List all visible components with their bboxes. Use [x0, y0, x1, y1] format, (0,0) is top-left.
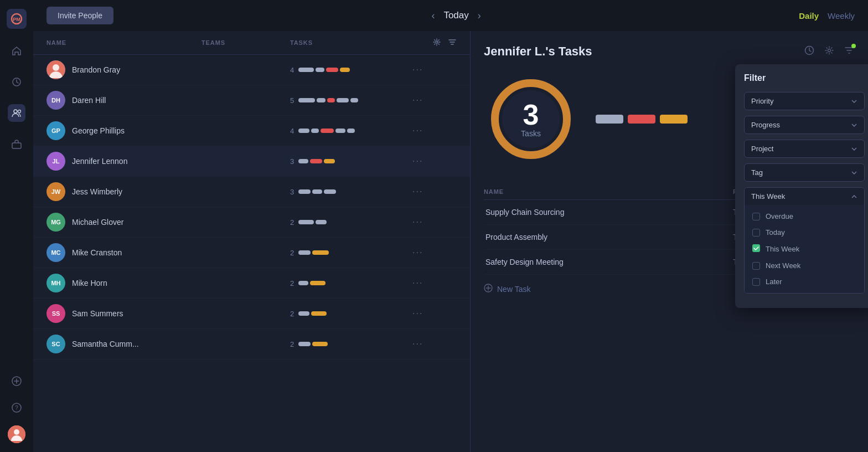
- person-task-bars: [298, 281, 326, 285]
- filter-option-label: This Week: [766, 245, 799, 253]
- invite-people-button[interactable]: Invite People: [46, 7, 113, 24]
- task-bar: [340, 68, 350, 72]
- task-bar: [321, 129, 334, 133]
- person-more-button[interactable]: ···: [412, 187, 457, 197]
- filter-option-label: Later: [766, 278, 782, 286]
- person-more-button[interactable]: ···: [412, 248, 457, 258]
- person-more-button[interactable]: ···: [412, 339, 457, 349]
- svg-point-10: [14, 429, 19, 435]
- task-bar: [311, 129, 319, 133]
- person-task-bars: [298, 220, 327, 224]
- task-panel-header: Jennifer L.'s Tasks: [484, 44, 855, 59]
- project-filter-select[interactable]: Project: [744, 140, 865, 158]
- checkbox-overdue: [752, 213, 760, 220]
- person-row-sam-summers[interactable]: SS Sam Summers 2 ···: [33, 299, 470, 329]
- svg-point-13: [53, 64, 59, 71]
- person-row-george-phillips[interactable]: GP George Phillips 4 ···: [33, 116, 470, 146]
- person-more-button[interactable]: ···: [412, 65, 457, 75]
- person-row-samantha-cumm[interactable]: SC Samantha Cumm... 2 ···: [33, 329, 470, 359]
- briefcase-icon[interactable]: [8, 135, 25, 153]
- task-bar: [310, 159, 322, 163]
- table-header: NAME TEAMS TASKS: [33, 31, 470, 55]
- prev-date-button[interactable]: ‹: [431, 10, 435, 22]
- filter-option-label: Next Week: [766, 261, 800, 270]
- time-filter-header[interactable]: This Week: [745, 188, 864, 205]
- person-row-michael-glover[interactable]: MG Michael Glover 2 ···: [33, 207, 470, 238]
- task-panel-title: Jennifer L.'s Tasks: [484, 44, 592, 59]
- person-name: JW Jess Wimberly: [46, 182, 202, 201]
- settings-icon[interactable]: [432, 38, 441, 48]
- person-avatar: [46, 60, 65, 79]
- person-name-text: Jess Wimberly: [72, 187, 122, 196]
- task-bar: [310, 281, 326, 285]
- legend-bar-gray: [596, 115, 623, 124]
- person-avatar: JL: [46, 152, 65, 171]
- person-row-mike-horn[interactable]: MH Mike Horn 2 ···: [33, 268, 470, 299]
- app-logo[interactable]: PM: [7, 9, 27, 29]
- filter-option-overdue[interactable]: Overdue: [745, 208, 864, 224]
- task-name: Safety Design Meeting: [485, 258, 733, 266]
- svg-text:?: ?: [15, 405, 18, 411]
- home-icon[interactable]: [8, 42, 25, 60]
- tasks-column-header: TASKS: [290, 39, 412, 46]
- task-bar: [316, 220, 327, 224]
- new-task-label: New Task: [497, 285, 530, 294]
- checkbox-today: [752, 229, 760, 237]
- person-more-button[interactable]: ···: [412, 278, 457, 288]
- person-more-button[interactable]: ···: [412, 126, 457, 136]
- person-name: MH Mike Horn: [46, 274, 202, 292]
- tag-filter-select[interactable]: Tag: [744, 163, 865, 182]
- user-avatar[interactable]: [8, 425, 25, 443]
- time-filter-options: Overdue Today This Week Next Week Later: [745, 205, 864, 293]
- people-icon[interactable]: [8, 104, 25, 122]
- filter-detail-icon[interactable]: [844, 45, 855, 58]
- person-name-text: Brandon Gray: [72, 65, 120, 74]
- task-donut-chart: 3 Tasks: [484, 72, 578, 166]
- svg-text:PM: PM: [13, 17, 20, 22]
- person-row-brandon-gray[interactable]: Brandon Gray 4 ···: [33, 55, 470, 85]
- help-icon[interactable]: ?: [8, 399, 25, 417]
- filter-option-label: Overdue: [766, 212, 793, 220]
- settings-detail-icon[interactable]: [824, 45, 835, 58]
- task-bar: [298, 311, 309, 316]
- task-bar: [312, 189, 322, 194]
- task-bar: [311, 311, 327, 316]
- filter-option-next-week[interactable]: Next Week: [745, 258, 864, 274]
- person-row-jennifer-lennon[interactable]: JL Jennifer Lennon 3 ···: [33, 146, 470, 177]
- person-more-button[interactable]: ···: [412, 309, 457, 319]
- daily-view-button[interactable]: Daily: [799, 11, 819, 20]
- checkbox-this-week: [752, 244, 760, 254]
- person-more-button[interactable]: ···: [412, 156, 457, 166]
- add-icon[interactable]: [8, 372, 25, 390]
- person-row-daren-hill[interactable]: DH Daren Hill 5 ···: [33, 85, 470, 116]
- filter-option-later[interactable]: Later: [745, 274, 864, 290]
- task-name-header: NAME: [484, 188, 733, 195]
- task-bar: [326, 68, 338, 72]
- current-date-label: Today: [443, 10, 468, 21]
- filter-option-today[interactable]: Today: [745, 224, 864, 240]
- svg-point-3: [14, 110, 17, 113]
- person-more-button[interactable]: ···: [412, 95, 457, 105]
- person-row-jess-wimberly[interactable]: JW Jess Wimberly 3 ···: [33, 177, 470, 207]
- clock-icon[interactable]: [8, 73, 25, 91]
- view-toggle: Daily Weekly: [799, 11, 855, 20]
- filter-option-this-week[interactable]: This Week: [745, 240, 864, 258]
- weekly-view-button[interactable]: Weekly: [828, 11, 855, 20]
- person-task-bars: [298, 129, 355, 133]
- task-bar: [347, 129, 355, 133]
- person-more-button[interactable]: ···: [412, 217, 457, 227]
- filter-option-label: Today: [766, 228, 785, 237]
- person-row-mike-cranston[interactable]: MC Mike Cranston 2 ···: [33, 238, 470, 268]
- person-name: DH Daren Hill: [46, 91, 202, 110]
- person-name-text: Michael Glover: [72, 218, 123, 227]
- next-date-button[interactable]: ›: [478, 10, 481, 22]
- clock-detail-icon[interactable]: [804, 45, 815, 58]
- person-task-count: 2: [290, 218, 294, 227]
- person-name: MG Michael Glover: [46, 213, 202, 232]
- time-filter-dropdown[interactable]: This Week Overdue Today This Week Next W…: [744, 187, 865, 294]
- progress-filter-select[interactable]: Progress: [744, 116, 865, 134]
- filter-icon[interactable]: [448, 38, 457, 48]
- task-bar: [298, 281, 308, 285]
- priority-filter-select[interactable]: Priority: [744, 92, 865, 110]
- person-avatar: MC: [46, 243, 65, 262]
